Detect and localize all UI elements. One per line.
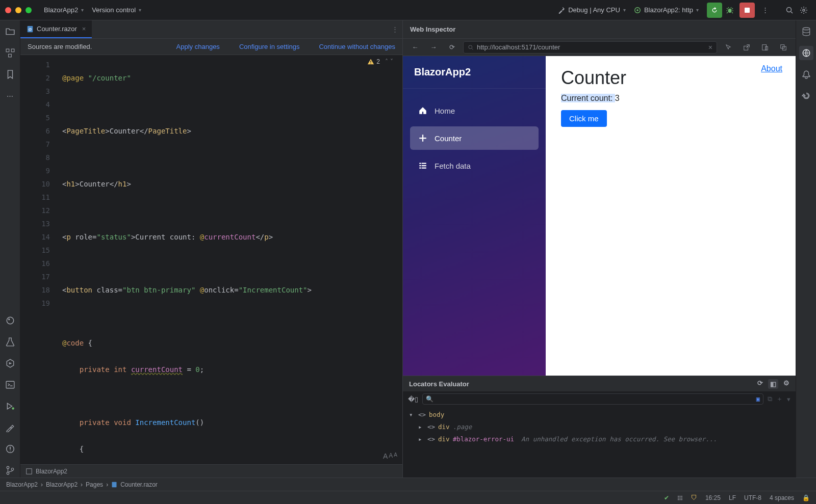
build-config-selector[interactable]: Debug | Any CPU ▾ xyxy=(554,4,630,16)
device-button[interactable] xyxy=(758,40,772,55)
settings-button[interactable] xyxy=(797,3,811,17)
status-lock-icon[interactable]: 🔒 xyxy=(802,494,810,501)
about-link[interactable]: About xyxy=(761,64,782,73)
more-vert-icon: ⋮ xyxy=(762,6,769,14)
clear-url-icon[interactable]: × xyxy=(708,43,712,51)
preview-status: Current count: 3 xyxy=(561,94,780,103)
tree-row-div-error[interactable]: ▸<>div #blazor-error-uiAn unhandled exce… xyxy=(409,433,789,445)
run-tool-button[interactable] xyxy=(3,399,17,413)
track-dom-icon[interactable]: ◧ xyxy=(768,379,778,389)
vcs-selector[interactable]: Version control ▾ xyxy=(88,4,145,16)
locators-search-field[interactable]: 🔍 ▣ xyxy=(422,393,763,405)
breadcrumb-seg[interactable]: Pages xyxy=(86,481,103,488)
debug-button[interactable] xyxy=(722,3,737,18)
run-config-selector[interactable]: BlazorApp2: http ▾ xyxy=(630,4,703,16)
status-shield-icon[interactable]: ⛉ xyxy=(691,494,697,501)
status-check-icon[interactable]: ✔ xyxy=(664,494,669,501)
url-field[interactable]: http://localhost:5171/counter × xyxy=(463,41,717,54)
stop-button[interactable] xyxy=(740,3,755,18)
reload-button[interactable]: ⟳ xyxy=(445,40,459,55)
locators-tree[interactable]: ▾<>body ▸<>div .page ▸<>div #blazor-erro… xyxy=(403,407,796,478)
search-button[interactable] xyxy=(782,3,797,17)
locator-menu-icon[interactable]: ▾ xyxy=(787,395,790,403)
web-inspector-tool-button[interactable] xyxy=(799,46,813,60)
chevron-down-icon: ▾ xyxy=(139,7,141,13)
arrow-right-icon: → xyxy=(430,43,437,51)
search-icon xyxy=(785,6,794,14)
forward-button[interactable]: → xyxy=(426,40,441,55)
more-actions-button[interactable]: ⋮ xyxy=(758,3,772,17)
nav-fetch-data[interactable]: Fetch data xyxy=(410,154,539,177)
problems-tool-button[interactable] xyxy=(3,442,17,456)
web-inspector-pane: Web Inspector ← → ⟳ http://localhost:517… xyxy=(403,20,796,478)
tree-row-div-page[interactable]: ▸<>div .page xyxy=(409,421,789,433)
minimize-window-icon[interactable] xyxy=(15,7,21,13)
nuget-tool-button[interactable] xyxy=(3,313,17,328)
project-selector[interactable]: BlazorApp2 ▾ xyxy=(40,4,88,16)
close-window-icon[interactable] xyxy=(5,7,11,13)
copy-locator-icon[interactable]: ⧉ xyxy=(768,395,772,403)
breadcrumb-seg[interactable]: BlazorApp2 xyxy=(46,481,78,488)
breadcrumb-seg[interactable]: Counter.razor xyxy=(120,481,158,488)
svg-point-1 xyxy=(636,9,639,11)
nav-counter[interactable]: Counter xyxy=(410,126,539,150)
breadcrumb-seg[interactable]: BlazorApp2 xyxy=(6,481,38,488)
screenshot-button[interactable] xyxy=(776,40,790,55)
build-tool-button[interactable] xyxy=(3,420,17,435)
package-icon xyxy=(6,316,15,325)
unit-tests-tool-button[interactable] xyxy=(3,335,17,349)
notifications-tool-button[interactable] xyxy=(799,67,813,82)
click-me-button[interactable]: Click me xyxy=(561,110,607,127)
terminal-tool-button[interactable] xyxy=(3,378,17,392)
services-tool-button[interactable] xyxy=(3,356,17,370)
more-tool-button[interactable]: ⋯ xyxy=(3,89,17,103)
tab-counter-razor[interactable]: @ Counter.razor × xyxy=(20,20,92,38)
open-external-button[interactable] xyxy=(740,40,754,55)
svg-rect-22 xyxy=(762,44,767,50)
razor-file-icon: @ xyxy=(27,25,34,33)
vcs-tool-button[interactable] xyxy=(3,463,17,478)
history-tool-button[interactable] xyxy=(799,89,813,103)
pick-element-icon[interactable]: �▯ xyxy=(408,395,418,403)
continue-without-changes-link[interactable]: Continue without changes xyxy=(319,43,395,50)
preview-sidebar: BlazorApp2 Home Counter xyxy=(403,56,546,376)
maximize-window-icon[interactable] xyxy=(26,7,32,13)
tree-row-body[interactable]: ▾<>body xyxy=(409,409,789,421)
preview-brand: BlazorApp2 xyxy=(403,56,546,89)
status-eol[interactable]: LF xyxy=(729,494,736,501)
database-tool-button[interactable] xyxy=(799,24,813,39)
editor-pane: @ Counter.razor × ⋮ Sources are modified… xyxy=(20,20,403,478)
nav-home[interactable]: Home xyxy=(410,99,539,122)
status-indent[interactable]: 4 spaces xyxy=(770,494,794,501)
breadcrumb[interactable]: BlazorApp2› BlazorApp2› Pages› Counter.r… xyxy=(0,478,816,491)
apply-changes-link[interactable]: Apply changes xyxy=(176,43,220,50)
configure-settings-link[interactable]: Configure in settings xyxy=(239,43,300,50)
bookmarks-tool-button[interactable] xyxy=(3,67,17,82)
solution-crumb[interactable]: BlazorApp2 xyxy=(20,464,402,478)
search-icon: 🔍 xyxy=(426,395,434,403)
locators-settings-icon[interactable]: ⚙ xyxy=(783,379,789,389)
status-power-icon[interactable]: 𝍖 xyxy=(677,494,683,501)
right-tool-strip xyxy=(796,20,816,478)
next-highlight-icon[interactable]: ˅ xyxy=(390,58,393,65)
project-tool-button[interactable] xyxy=(3,24,17,39)
svg-point-14 xyxy=(7,466,9,469)
code-area[interactable]: @page "/counter" <PageTitle>Counter</Pag… xyxy=(62,55,402,464)
regex-toggle-icon[interactable]: ▣ xyxy=(756,395,760,403)
run-button[interactable] xyxy=(707,3,722,18)
font-size-widget[interactable]: AAA xyxy=(383,452,397,460)
refresh-locators-icon[interactable]: ⟳ xyxy=(757,379,763,389)
prev-highlight-icon[interactable]: ˄ xyxy=(385,58,388,65)
structure-tool-button[interactable] xyxy=(3,46,17,60)
add-locator-icon[interactable]: ＋ xyxy=(776,394,783,404)
inspections-widget[interactable]: 2 ˄ ˅ xyxy=(367,58,393,65)
editor-body[interactable]: 12345678910111213141516171819 @page "/co… xyxy=(20,55,402,464)
close-tab-icon[interactable]: × xyxy=(82,25,86,33)
back-button[interactable]: ← xyxy=(408,40,422,55)
tabs-more-button[interactable]: ⋮ xyxy=(387,20,402,38)
inspect-element-button[interactable] xyxy=(721,40,735,55)
hammer-icon xyxy=(6,423,15,432)
more-horiz-icon: ⋯ xyxy=(7,92,13,100)
locators-title: Locators Evaluator xyxy=(409,380,469,388)
status-encoding[interactable]: UTF-8 xyxy=(744,494,761,501)
